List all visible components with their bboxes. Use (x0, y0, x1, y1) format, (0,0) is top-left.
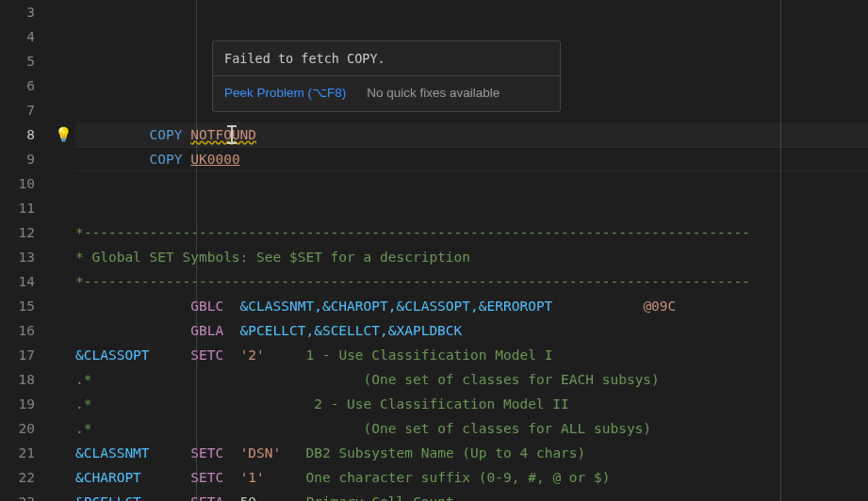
token: @09C (643, 299, 676, 314)
glyph-cell (52, 49, 75, 73)
token (150, 445, 191, 461)
token (223, 347, 239, 363)
token (91, 421, 363, 436)
line-number: 15 (0, 294, 35, 318)
line-number: 21 (0, 441, 35, 465)
token: .* (75, 396, 91, 412)
token (91, 372, 363, 387)
line-number: 11 (0, 196, 35, 220)
token (183, 152, 191, 167)
token: '2' (240, 347, 265, 363)
line-number: 18 (0, 367, 35, 392)
code-line[interactable]: .* 2 - Use Classification Model II (75, 392, 868, 416)
token: 1 - Use Classification Model I (305, 347, 552, 363)
token: &PCELLCT,&SCELLCT,&XAPLDBCK (240, 323, 463, 338)
line-number: 4 (0, 24, 35, 49)
token: Primary Cell Count (305, 494, 453, 501)
token: (One set of classes for EACH subsys) (364, 372, 660, 387)
code-line[interactable] (75, 196, 868, 220)
token: NOTFOUND (190, 127, 256, 142)
code-line[interactable]: COPY NOTFOUND (75, 122, 868, 147)
token: COPY (150, 127, 183, 142)
token (141, 470, 190, 485)
token (75, 299, 190, 314)
code-line[interactable]: .* (One set of classes for EACH subsys) (75, 367, 868, 392)
token: One character suffix (0-9, #, @ or $) (305, 470, 610, 485)
token: *---------------------------------------… (75, 225, 750, 240)
code-line[interactable] (75, 0, 868, 24)
lightbulb-icon[interactable]: 💡 (55, 126, 73, 143)
glyph-cell (52, 269, 75, 294)
line-number: 17 (0, 343, 35, 367)
token: 2 - Use Classification Model II (314, 396, 569, 412)
glyph-cell (52, 343, 75, 367)
code-line[interactable]: *---------------------------------------… (75, 220, 868, 245)
glyph-cell (52, 318, 75, 343)
token: 50 (240, 494, 256, 501)
line-number: 9 (0, 147, 35, 171)
token: &CHAROPT (75, 470, 141, 485)
token: GBLC (190, 299, 223, 314)
code-line[interactable]: .* (One set of classes for ALL subsys) (75, 416, 868, 441)
line-number: 23 (0, 490, 35, 501)
token (75, 127, 150, 142)
line-number: 5 (0, 49, 35, 73)
token: &CLASSNMT,&CHAROPT,&CLASSOPT,&ERROROPT (240, 299, 553, 314)
token: .* (75, 421, 91, 436)
line-number: 7 (0, 98, 35, 122)
glyph-cell (52, 24, 75, 49)
line-number: 10 (0, 171, 35, 196)
glyph-cell (52, 416, 75, 441)
code-line[interactable]: COPY UK0000 (75, 147, 868, 171)
token (265, 347, 306, 363)
token (223, 494, 239, 501)
code-line[interactable]: &CLASSNMT SETC 'DSN' DB2 Subsystem Name … (75, 441, 868, 465)
line-number: 6 (0, 73, 35, 98)
hover-actions: Peek Problem (⌥F8) No quick fixes availa… (213, 76, 560, 110)
line-number: 22 (0, 465, 35, 490)
glyph-cell: 💡 (52, 122, 75, 147)
token (223, 323, 239, 338)
code-line[interactable]: &PCELLCT SETA 50 Primary Cell Count (75, 490, 868, 501)
line-number: 19 (0, 392, 35, 416)
code-line[interactable]: &CLASSOPT SETC '2' 1 - Use Classificatio… (75, 343, 868, 367)
peek-problem-link[interactable]: Peek Problem (⌥F8) (224, 84, 346, 103)
glyph-cell (52, 465, 75, 490)
token (223, 299, 239, 314)
token: &PCELLCT (75, 494, 141, 501)
token (552, 299, 643, 314)
token (223, 445, 239, 461)
line-number: 20 (0, 416, 35, 441)
token: SETC (190, 445, 223, 461)
problem-hover-widget: Failed to fetch COPY. Peek Problem (⌥F8)… (212, 40, 561, 112)
token (141, 494, 190, 501)
token: SETC (190, 470, 223, 485)
code-line[interactable]: GBLC &CLASSNMT,&CHAROPT,&CLASSOPT,&ERROR… (75, 294, 868, 318)
token: *---------------------------------------… (75, 274, 750, 289)
glyph-cell (52, 196, 75, 220)
glyph-cell (52, 294, 75, 318)
line-number: 12 (0, 220, 35, 245)
line-number: 8 (0, 122, 35, 147)
code-line[interactable]: * Global SET Symbols: See $SET for a des… (75, 245, 868, 269)
token: GBLA (190, 323, 223, 338)
token: &CLASSNMT (75, 445, 150, 461)
code-line[interactable]: GBLA &PCELLCT,&SCELLCT,&XAPLDBCK (75, 318, 868, 343)
token: COPY (150, 152, 183, 167)
token (91, 396, 314, 412)
token: (One set of classes for ALL subsys) (364, 421, 652, 436)
glyph-margin: 💡 (52, 0, 75, 501)
token (183, 127, 191, 142)
token (265, 470, 306, 485)
token (281, 445, 305, 461)
code-line[interactable]: *---------------------------------------… (75, 269, 868, 294)
token (150, 347, 191, 363)
code-line[interactable]: &CHAROPT SETC '1' One character suffix (… (75, 465, 868, 490)
glyph-cell (52, 441, 75, 465)
glyph-cell (52, 245, 75, 269)
line-number: 3 (0, 0, 35, 24)
glyph-cell (52, 171, 75, 196)
line-number-gutter: 34567891011121314151617181920212223 (0, 0, 52, 501)
token (256, 494, 305, 501)
code-line[interactable] (75, 171, 868, 196)
